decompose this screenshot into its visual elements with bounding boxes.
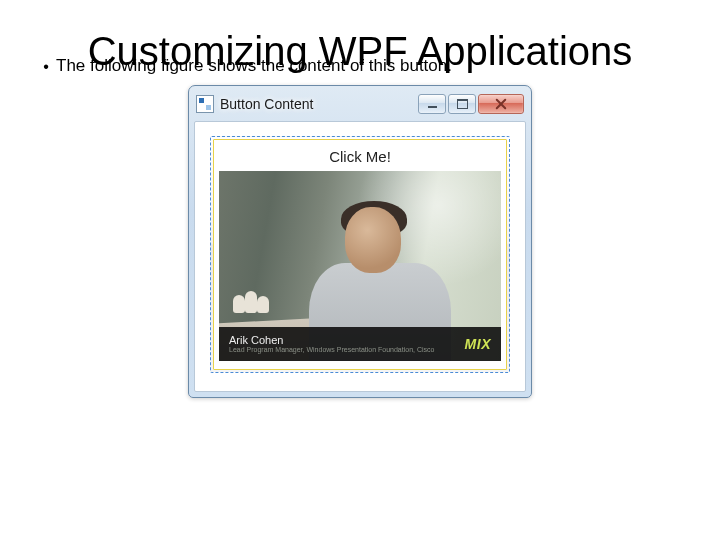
image-caption-bar: Arik Cohen Lead Program Manager, Windows… bbox=[219, 327, 501, 361]
close-button[interactable] bbox=[478, 94, 524, 114]
close-icon bbox=[495, 98, 507, 110]
button-label: Click Me! bbox=[329, 148, 391, 165]
slide: Customizing WPF Applications • The follo… bbox=[0, 0, 720, 540]
window-controls bbox=[416, 94, 524, 114]
image-figurines bbox=[233, 291, 281, 313]
image-caption-text: Arik Cohen Lead Program Manager, Windows… bbox=[229, 335, 465, 354]
minimize-button[interactable] bbox=[418, 94, 446, 114]
maximize-button[interactable] bbox=[448, 94, 476, 114]
maximize-icon bbox=[457, 99, 468, 109]
caption-subtitle: Lead Program Manager, Windows Presentati… bbox=[229, 346, 465, 353]
image-person-head bbox=[345, 207, 401, 273]
button-image: Arik Cohen Lead Program Manager, Windows… bbox=[219, 171, 501, 361]
window-client-area: Click Me! bbox=[194, 121, 526, 392]
app-window: Button Content Click bbox=[188, 85, 532, 398]
bullet-text: The following figure shows the content o… bbox=[56, 56, 452, 76]
minimize-icon bbox=[428, 106, 437, 108]
titlebar: Button Content bbox=[194, 91, 526, 121]
content-button[interactable]: Click Me! bbox=[210, 136, 510, 373]
figure: Button Content Click bbox=[46, 85, 674, 398]
mix-logo: MIX bbox=[465, 336, 491, 352]
window-title: Button Content bbox=[220, 96, 313, 112]
bullet-dot-icon: • bbox=[36, 57, 56, 77]
app-icon bbox=[196, 95, 214, 113]
content-button-inner: Click Me! bbox=[213, 139, 507, 370]
caption-name: Arik Cohen bbox=[229, 335, 465, 347]
